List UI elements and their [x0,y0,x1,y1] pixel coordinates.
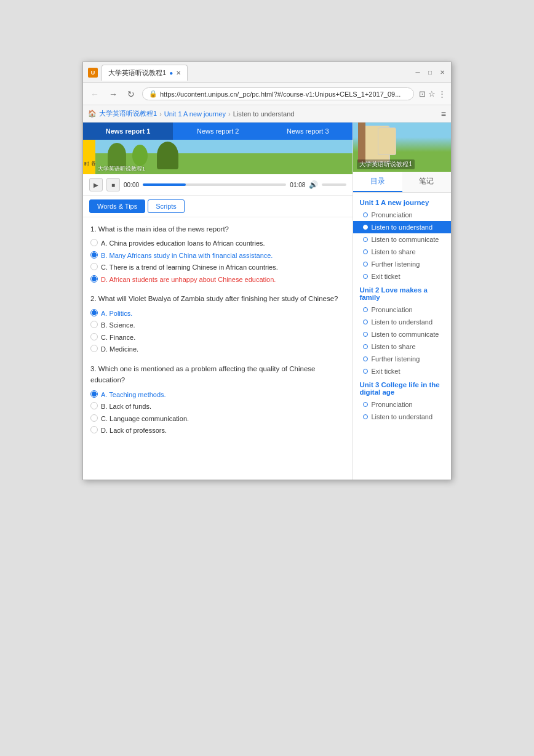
question-1: 1. What is the main idea of the news rep… [90,223,345,284]
toc-item-u1-listen-understand[interactable]: Listen to understand [353,221,451,233]
lock-icon: 🔒 [149,90,157,98]
words-tips-tab[interactable]: Words & Tips [89,199,145,213]
question-2-option-a[interactable]: A. Politics. [90,308,345,319]
option-q3c-text: C. Language communication. [101,414,189,424]
sidebar-image: 大学英语听说教程1 [353,123,451,172]
window-controls: ─ □ ✕ [414,69,446,76]
question-2-option-d[interactable]: D. Medicine. [90,344,345,355]
url-bar[interactable]: 🔒 https://ucontent.unipus.cn/_pc/pc.html… [142,87,414,100]
toc-dot [363,332,368,337]
radio-q2b[interactable] [90,321,98,328]
option-q3d-text: D. Lack of professors. [101,425,167,436]
tab-label: 大学英语听说教程1 [108,68,166,78]
menu-dots-icon[interactable]: ⋮ [438,89,446,99]
toc-item-u2-listen-understand[interactable]: Listen to understand [353,316,451,328]
question-1-option-a[interactable]: A. China provides education loans to Afr… [90,238,345,249]
news-tab-3[interactable]: News report 3 [263,123,353,140]
sidebar-tabs: 目录 笔记 [353,172,451,193]
toc-item-u2-pronunciation[interactable]: Pronunciation [353,304,451,316]
breadcrumb-unit[interactable]: Unit 1 A new journey [164,110,226,118]
audio-progress-bar[interactable] [143,183,286,186]
maximize-button[interactable]: □ [426,69,434,76]
question-2-option-c[interactable]: C. Finance. [90,332,345,343]
radio-q3c[interactable] [90,414,98,422]
toc-dot [363,262,368,267]
radio-q1d[interactable] [90,275,98,283]
scripts-tab[interactable]: Scripts [148,199,185,213]
toc-item-u1-further-listening[interactable]: Further listening [353,258,451,270]
toc-item-u2-exit-ticket[interactable]: Exit ticket [353,365,451,377]
address-bar: ← → ↻ 🔒 https://ucontent.unipus.cn/_pc/p… [83,83,451,105]
question-1-option-d[interactable]: D. African students are unhappy about Ch… [90,275,345,285]
toc-item-u2-listen-communicate[interactable]: Listen to communicate [353,328,451,340]
close-button[interactable]: ✕ [439,69,446,76]
breadcrumb-sep2: › [228,110,231,118]
option-q1a-text: A. China provides education loans to Afr… [101,238,265,249]
toc-unit-2-header: Unit 2 Love makes a family [353,283,451,304]
tab-close-button[interactable]: ✕ [176,70,181,76]
breadcrumb-page: Listen to understand [233,110,295,118]
play-button[interactable]: ▶ [89,178,103,191]
radio-q1c[interactable] [90,263,98,270]
toc-dot [363,237,368,242]
question-3-option-b[interactable]: B. Lack of funds. [90,401,345,412]
hamburger-icon[interactable]: ≡ [441,109,446,119]
toc-dot [363,274,368,279]
toc-dot [363,414,368,419]
radio-q3a[interactable] [90,390,98,398]
radio-q2d[interactable] [90,345,98,352]
toc-item-u3-pronunciation[interactable]: Pronunciation [353,398,451,411]
left-panel: News report 1 News report 2 News report … [83,123,353,480]
question-3-option-c[interactable]: C. Language communication. [90,414,345,424]
toc-item-u2-listen-share[interactable]: Listen to share [353,340,451,353]
notes-tab[interactable]: 笔记 [402,172,451,192]
stop-button[interactable]: ■ [106,178,120,191]
option-q3b-text: B. Lack of funds. [101,401,151,412]
breadcrumb-sep1: › [159,110,162,118]
question-1-option-c[interactable]: C. There is a trend of learning Chinese … [90,262,345,273]
toc-dot [363,307,368,312]
cast-icon[interactable]: ⊡ [419,89,426,99]
refresh-button[interactable]: ↻ [125,88,137,100]
toc-dot [363,402,368,407]
toc-item-u1-pronunciation[interactable]: Pronunciation [353,209,451,221]
radio-q1a[interactable] [90,239,98,246]
toc-dot-active [363,225,368,230]
toc-dot [363,320,368,324]
toc-tab[interactable]: 目录 [353,172,402,192]
back-button[interactable]: ← [88,88,102,100]
toc-item-u3-listen-understand[interactable]: Listen to understand [353,411,451,423]
toc-dot [363,344,368,349]
banner-label: 大学英语听说教程1 [98,165,145,173]
time-total: 01:08 [290,182,305,188]
radio-q1b[interactable] [90,251,98,259]
radio-q3d[interactable] [90,426,98,433]
toc-item-u1-listen-share[interactable]: Listen to share [353,246,451,258]
news-tab-2[interactable]: News report 2 [173,123,263,140]
volume-icon[interactable]: 🔊 [309,180,318,189]
forward-button[interactable]: → [106,88,120,100]
banner-image: 大学英语听说教程1 [95,140,353,174]
question-1-option-b[interactable]: B. Many Africans study in China with fin… [90,251,345,261]
url-text: https://ucontent.unipus.cn/_pc/pc.html?#… [160,90,400,98]
question-3-option-d[interactable]: D. Lack of professors. [90,425,345,436]
radio-q3b[interactable] [90,402,98,409]
minimize-button[interactable]: ─ [414,69,421,76]
radio-q2c[interactable] [90,333,98,340]
news-tab-1[interactable]: News report 1 [83,123,173,140]
toc-item-u1-listen-communicate[interactable]: Listen to communicate [353,233,451,246]
browser-window: U 大学英语听说教程1 ● ✕ ─ □ ✕ ← → ↻ 🔒 https://uc… [82,62,452,480]
question-3-option-a[interactable]: A. Teaching methods. [90,390,345,400]
option-q1d-text: D. African students are unhappy about Ch… [101,275,276,285]
toc-unit-1-header: Unit 1 A new journey [353,195,451,209]
breadcrumb-course[interactable]: 大学英语听说教程1 [99,109,157,118]
radio-q2a[interactable] [90,309,98,316]
volume-bar[interactable] [322,183,346,186]
breadcrumb: 🏠 大学英语听说教程1 › Unit 1 A new journey › Lis… [83,105,451,123]
question-2-option-b[interactable]: B. Science. [90,320,345,331]
browser-tab[interactable]: 大学英语听说教程1 ● ✕ [102,65,188,81]
toc-item-u1-exit-ticket[interactable]: Exit ticket [353,270,451,283]
bookmark-icon[interactable]: ☆ [428,89,436,99]
question-3: 3. Which one is mentioned as a problem a… [90,363,345,436]
toc-item-u2-further-listening[interactable]: Further listening [353,353,451,365]
